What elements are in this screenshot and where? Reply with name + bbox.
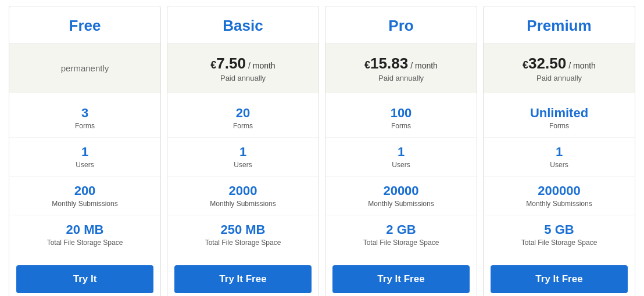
plan-card-free: Freepermanently3Forms1Users200Monthly Su…: [9, 6, 161, 296]
feature-value-basic-1: 1: [173, 145, 313, 160]
feature-value-basic-2: 2000: [173, 183, 313, 198]
plan-card-premium: Premium€32.50/ monthPaid annuallyUnlimit…: [483, 6, 635, 296]
feature-label-pro-2: Monthly Submissions: [331, 200, 471, 208]
try-button-premium[interactable]: Try It Free: [491, 265, 628, 293]
plan-header-free: Free: [9, 6, 160, 44]
plan-paid-annually-basic: Paid annually: [220, 74, 266, 82]
plan-header-pro: Pro: [325, 6, 477, 44]
feature-label-premium-0: Forms: [489, 122, 629, 130]
feature-label-basic-3: Total File Storage Space: [173, 239, 313, 247]
feature-label-premium-1: Users: [489, 161, 629, 169]
plan-card-pro: Pro€15.83/ monthPaid annually100Forms1Us…: [325, 6, 477, 296]
feature-value-free-3: 20 MB: [15, 222, 155, 237]
feature-value-pro-1: 1: [331, 145, 471, 160]
feature-value-pro-0: 100: [331, 106, 471, 121]
feature-value-premium-3: 5 GB: [489, 222, 629, 237]
feature-row-premium-2: 200000Monthly Submissions: [484, 176, 635, 215]
feature-label-free-0: Forms: [15, 122, 155, 130]
try-button-basic[interactable]: Try It Free: [174, 265, 312, 293]
feature-value-premium-2: 200000: [489, 183, 629, 198]
plan-features-free: 3Forms1Users200Monthly Submissions20 MBT…: [9, 93, 160, 259]
pricing-container: Freepermanently3Forms1Users200Monthly Su…: [0, 0, 644, 296]
try-button-free[interactable]: Try It: [16, 265, 153, 293]
feature-label-pro-1: Users: [331, 161, 471, 169]
feature-row-pro-1: 1Users: [325, 138, 477, 176]
feature-row-free-1: 1Users: [9, 138, 160, 176]
plan-name-pro: Pro: [331, 17, 471, 35]
feature-row-free-2: 200Monthly Submissions: [9, 176, 160, 215]
plan-per-month-basic: / month: [248, 61, 276, 70]
feature-label-basic-0: Forms: [173, 122, 313, 130]
feature-row-basic-0: 20Forms: [167, 99, 319, 138]
plan-amount-row-pro: €15.83/ month: [364, 55, 438, 73]
try-button-pro[interactable]: Try It Free: [332, 265, 470, 293]
plan-card-basic: Basic€7.50/ monthPaid annually20Forms1Us…: [167, 6, 319, 296]
plan-amount-row-premium: €32.50/ month: [523, 55, 596, 73]
feature-label-premium-3: Total File Storage Space: [489, 239, 629, 247]
feature-value-free-0: 3: [15, 106, 155, 121]
plan-paid-annually-premium: Paid annually: [536, 74, 582, 82]
plan-button-section-basic: Try It Free: [167, 259, 319, 296]
plan-name-free: Free: [15, 17, 155, 35]
plan-price-section-basic: €7.50/ monthPaid annually: [167, 44, 319, 93]
feature-value-free-1: 1: [15, 145, 155, 160]
plan-header-premium: Premium: [484, 6, 635, 44]
feature-value-premium-1: 1: [489, 145, 629, 160]
feature-label-basic-2: Monthly Submissions: [173, 200, 313, 208]
plan-features-premium: UnlimitedForms1Users200000Monthly Submis…: [484, 93, 635, 259]
feature-label-pro-3: Total File Storage Space: [331, 239, 471, 247]
feature-row-basic-1: 1Users: [167, 138, 319, 176]
feature-row-pro-2: 20000Monthly Submissions: [325, 176, 477, 215]
feature-label-free-3: Total File Storage Space: [15, 239, 155, 247]
feature-value-pro-2: 20000: [331, 183, 471, 198]
plan-header-basic: Basic: [167, 6, 319, 44]
plan-price-amount-premium: €32.50: [523, 55, 566, 73]
plan-permanently-free: permanently: [61, 63, 109, 73]
plan-paid-annually-pro: Paid annually: [378, 74, 424, 82]
feature-row-free-0: 3Forms: [9, 99, 160, 138]
plan-button-section-pro: Try It Free: [325, 259, 477, 296]
plan-features-basic: 20Forms1Users2000Monthly Submissions250 …: [167, 93, 319, 259]
feature-label-pro-0: Forms: [331, 122, 471, 130]
feature-value-free-2: 200: [15, 183, 155, 198]
plan-name-premium: Premium: [489, 17, 629, 35]
plan-price-section-pro: €15.83/ monthPaid annually: [325, 44, 477, 93]
feature-label-basic-1: Users: [173, 161, 313, 169]
feature-row-premium-1: 1Users: [484, 138, 635, 176]
feature-value-basic-0: 20: [173, 106, 313, 121]
feature-row-pro-0: 100Forms: [325, 99, 477, 138]
feature-value-basic-3: 250 MB: [173, 222, 313, 237]
feature-value-premium-0: Unlimited: [489, 106, 629, 121]
feature-row-basic-2: 2000Monthly Submissions: [167, 176, 319, 215]
plan-price-section-premium: €32.50/ monthPaid annually: [484, 44, 635, 93]
feature-row-basic-3: 250 MBTotal File Storage Space: [167, 215, 319, 254]
plan-per-month-pro: / month: [410, 61, 438, 70]
feature-label-free-1: Users: [15, 161, 155, 169]
feature-row-premium-3: 5 GBTotal File Storage Space: [484, 215, 635, 254]
plan-features-pro: 100Forms1Users20000Monthly Submissions2 …: [325, 93, 477, 259]
plan-price-amount-basic: €7.50: [210, 55, 246, 73]
feature-row-premium-0: UnlimitedForms: [484, 99, 635, 138]
feature-row-free-3: 20 MBTotal File Storage Space: [9, 215, 160, 254]
plan-button-section-free: Try It: [9, 259, 160, 296]
feature-value-pro-3: 2 GB: [331, 222, 471, 237]
feature-label-free-2: Monthly Submissions: [15, 200, 155, 208]
feature-label-premium-2: Monthly Submissions: [489, 200, 629, 208]
plan-price-section-free: permanently: [9, 44, 160, 93]
plan-price-amount-pro: €15.83: [364, 55, 408, 73]
plan-button-section-premium: Try It Free: [484, 259, 635, 296]
plan-name-basic: Basic: [173, 17, 313, 35]
feature-row-pro-3: 2 GBTotal File Storage Space: [325, 215, 477, 254]
plan-amount-row-basic: €7.50/ month: [210, 55, 275, 73]
plan-per-month-premium: / month: [568, 61, 596, 70]
